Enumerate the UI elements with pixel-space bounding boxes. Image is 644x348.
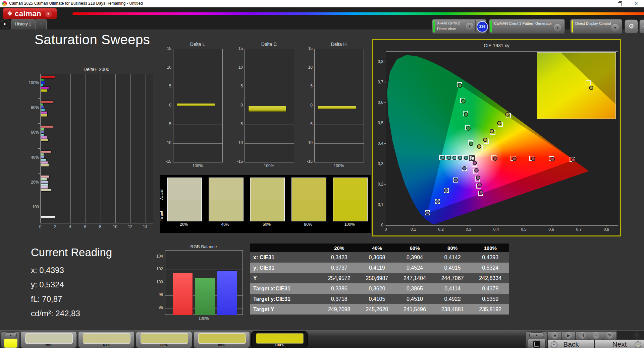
transport-measure-continuous-button[interactable]: ∞	[589, 331, 603, 340]
cie-ytick	[384, 102, 386, 103]
cie-xtick	[551, 225, 552, 226]
patch-button-40%[interactable]: 40%	[78, 331, 135, 348]
table-row-label: Y	[250, 273, 320, 283]
mini-bar	[318, 106, 356, 110]
table-value-cell: 235,8192	[471, 304, 509, 315]
restore-button[interactable]	[612, 0, 627, 7]
cie-measured-circle-red	[493, 156, 497, 161]
patch-button-20%[interactable]: 20%	[20, 331, 77, 348]
table-value-cell: 247,1404	[396, 273, 434, 283]
tab-history-1[interactable]: History 1	[11, 19, 35, 29]
mini-bar	[177, 103, 215, 107]
table-value-cell: 0,3658	[358, 252, 396, 263]
cie-xtick-label: 0,6	[546, 227, 556, 232]
logo-dropdown-icon[interactable]: ▼	[45, 10, 52, 17]
mini-ylabel: 15	[163, 46, 171, 51]
back-button[interactable]: « Back	[548, 340, 594, 348]
cie-measured-circle-blue	[435, 199, 440, 204]
table-header-cell	[250, 243, 320, 252]
swatch-actual	[292, 178, 326, 200]
meter-divider	[475, 20, 476, 32]
display-control-dropdown[interactable]: Direct Display Control ▼	[570, 19, 622, 34]
transport-refresh-button[interactable]: ↻	[603, 331, 617, 340]
patch-label: 40%	[78, 343, 134, 347]
delta-c-plot	[245, 49, 294, 162]
cie-xtick	[441, 225, 441, 226]
minimize-button[interactable]: —	[595, 0, 610, 7]
cie-xtick-label: 0	[381, 227, 391, 232]
table-value-cell: 242,8334	[471, 273, 509, 283]
rgb-gridline	[165, 270, 243, 270]
transport-play-button[interactable]: ▶	[561, 331, 576, 340]
swatch-target	[251, 200, 284, 221]
transport-stop-button[interactable]: ■	[548, 331, 562, 340]
table-value-cell: 0,4915	[434, 263, 472, 273]
up-arrow-icon: ▲	[9, 334, 12, 337]
table-value-cell: 0,3423	[320, 252, 358, 263]
collapse-panel-button[interactable]: ◀	[639, 19, 644, 33]
deltae-ytick	[38, 123, 40, 124]
mini-gridline	[245, 87, 294, 87]
patch-button-60%[interactable]: 60%	[136, 331, 192, 348]
cie-xtick	[606, 225, 607, 226]
table-row-target-y: Target Y249,7098245,2620241,5496238,4881…	[250, 304, 509, 315]
cie-ytick	[384, 62, 386, 62]
deltae-bar-100-0	[41, 216, 55, 219]
cie-ytick-label: 0,6	[374, 100, 383, 105]
delta-h-plot	[314, 49, 364, 162]
close-button[interactable]: ×	[629, 0, 644, 7]
meter-dropdown-arrow-icon[interactable]: ▼	[466, 23, 473, 30]
cie-inset-outside-gamut	[537, 53, 615, 119]
swatch-pair-100%	[333, 178, 368, 221]
table-value-cell: 0,3737	[320, 263, 358, 273]
patch-swatch	[83, 333, 130, 344]
mini-ylabel: -15	[234, 159, 243, 164]
rainbow-divider	[72, 12, 644, 15]
table-value-cell: 244,7067	[434, 273, 472, 283]
cie-measured-circle-cyan	[464, 156, 468, 160]
pattern-generator-dropdown[interactable]: CalMAN Client 3 Pattern Generator ▼	[489, 19, 565, 34]
patch-up-button[interactable]: ▲	[5, 332, 17, 338]
cie-measured-circle-magenta	[479, 190, 483, 194]
next-button[interactable]: Next »	[595, 340, 644, 348]
target-row-label: Target	[159, 211, 163, 221]
table-value-cell: 250,6987	[358, 273, 396, 283]
table-row-x-cie31: x: CIE310,34230,36580,39040,41420,4393	[250, 252, 509, 263]
cie-title: CIE 1931 xy	[373, 43, 620, 48]
calman-logo-button[interactable]: ❖ calman ▼	[3, 8, 57, 19]
mini-ylabel: -5	[304, 122, 313, 126]
cie-ytick-label: 0	[374, 223, 383, 227]
display-dropdown-arrow-icon[interactable]: ▼	[611, 24, 619, 31]
current-patch-swatch[interactable]	[4, 339, 17, 348]
tab-add[interactable]: +	[35, 19, 47, 29]
swatch-pair-20%	[167, 178, 202, 221]
saturation-swatch-strip: ActualTarget20%40%60%80%100%	[160, 175, 371, 233]
swatch-target	[168, 200, 201, 221]
table-value-cell: 0,4393	[471, 252, 509, 263]
cie-xtick	[413, 225, 414, 226]
rgb-bar-green	[195, 278, 215, 315]
mini-gridline	[245, 125, 294, 125]
pattern-dropdown-arrow-icon[interactable]: ▼	[554, 24, 561, 31]
measure-continuous-icon: ∞	[593, 332, 599, 339]
pattern-window-button[interactable]	[528, 339, 546, 348]
measurement-table: 20%40%60%80%100%x: CIE310,34230,36580,39…	[250, 243, 509, 315]
patch-button-100%[interactable]: 100%	[251, 331, 308, 348]
settings-button[interactable]: ⚙	[625, 19, 638, 33]
transport-up-button[interactable]: ▲	[529, 332, 544, 338]
cie-xtick	[386, 225, 386, 226]
mini-ylabel: -10	[304, 140, 313, 145]
table-value-cell: 0,3904	[396, 252, 434, 263]
mini-gridline	[173, 143, 222, 144]
table-header-cell: 40%	[358, 243, 396, 252]
transport-measure-once-button[interactable]: [·]	[575, 331, 589, 340]
cie-measured-circle-yellow	[483, 138, 487, 142]
meter-dropdown[interactable]: X-Rite i1Pro 2 Direct View ▼ 236	[432, 19, 486, 34]
display-status-indicator	[572, 20, 573, 32]
cie-xtick	[469, 225, 469, 226]
next-chevrons-icon: »	[635, 341, 641, 348]
patch-button-80%[interactable]: 80%	[194, 331, 250, 348]
layout-menu-button[interactable]: ▶	[1, 19, 9, 28]
table-header-cell: 100%	[471, 243, 509, 252]
mini-gridline	[315, 68, 364, 68]
